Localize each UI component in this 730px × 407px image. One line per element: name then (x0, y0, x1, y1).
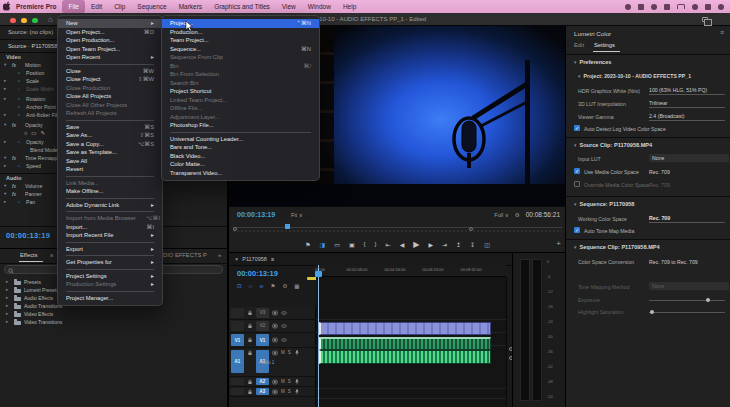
menu-item-save[interactable]: Save⌘S (58, 123, 162, 132)
menu-item-make-offline[interactable]: Make Offline... (58, 187, 162, 196)
disclosure-icon[interactable]: ▸ (4, 199, 6, 204)
zoom-handle-left[interactable] (233, 227, 237, 231)
add-marker-icon[interactable]: ⚑ (305, 241, 310, 248)
disclosure-icon[interactable]: ▸ (4, 112, 6, 117)
lock-icon[interactable] (247, 323, 253, 329)
timeline-timecode[interactable]: 00:00:13:19 (237, 269, 278, 278)
control-center-icon[interactable] (705, 4, 711, 10)
disclosure-icon[interactable]: ▾ (4, 122, 6, 127)
audio-track-name[interactable]: Audio 1 (259, 360, 274, 365)
mic-icon[interactable] (294, 350, 300, 356)
submenu-item-sequence[interactable]: Sequence...⌘N (162, 45, 319, 54)
menubar-item-file[interactable]: File (62, 0, 84, 13)
solo-button[interactable]: S (288, 379, 291, 384)
menu-item-close[interactable]: Close⌘W (58, 67, 162, 76)
menu-item-new[interactable]: New▸ (58, 19, 162, 28)
mic-icon[interactable] (294, 389, 300, 395)
disclosure-icon[interactable]: ▸ (4, 163, 6, 168)
lock-icon[interactable] (247, 379, 253, 385)
section-project[interactable]: ▾Project: 2023-10-10 - AUDIO EFFECTS PP_… (578, 73, 691, 79)
extract-icon[interactable]: ↧ (470, 241, 475, 248)
menu-item-close-all-projects[interactable]: Close All Projects (58, 92, 162, 101)
mic-icon[interactable] (294, 379, 300, 385)
source-patch-empty[interactable] (231, 388, 244, 395)
tab-project-partial[interactable]: DIO EFFECTS P (163, 252, 207, 258)
workspaces-icon[interactable] (702, 17, 708, 22)
mark-out-icon[interactable]: } (375, 241, 377, 247)
timeline-playhead-line[interactable] (318, 265, 319, 407)
battery-icon[interactable] (718, 4, 724, 10)
track-header-a3[interactable]: A3 M S (229, 387, 316, 397)
use-media-checkbox[interactable]: ✓ (574, 168, 580, 174)
section-preferences[interactable]: ▾Preferences (574, 59, 611, 65)
playback-resolution-dropdown[interactable]: Full ∨ (494, 212, 508, 218)
disclosure-icon[interactable]: ▸ (6, 319, 8, 324)
submenu-item-universal-counting-leader[interactable]: Universal Counting Leader... (162, 135, 319, 144)
snap-icon[interactable]: ∩ (249, 283, 253, 289)
dropbox-icon[interactable] (625, 4, 631, 10)
auto-tone-checkbox[interactable]: ✓ (574, 227, 580, 233)
menu-item-open-team-project[interactable]: Open Team Project... (58, 45, 162, 54)
submenu-item-photoshop-file[interactable]: Photoshop File... (162, 121, 319, 130)
submenu-item-project-shortcut[interactable]: Project Shortcut (162, 87, 319, 96)
menu-item-save-as[interactable]: Save As...⇧⌘S (58, 131, 162, 140)
menu-item-export[interactable]: Export▸ (58, 245, 162, 254)
media-icon[interactable] (651, 4, 657, 10)
track-target-a3[interactable]: A3 (256, 388, 269, 395)
menu-item-save-as-template[interactable]: Save as Template... (58, 148, 162, 157)
sequence-tab[interactable]: ×P1170958≡ (235, 256, 274, 262)
button-editor-plus-icon[interactable]: + (556, 239, 561, 248)
panel-menu-icon[interactable]: ≡ (50, 252, 53, 258)
mute-button[interactable]: M (281, 379, 285, 384)
menubar-item-sequence[interactable]: Sequence (131, 0, 172, 13)
source-patch-v1[interactable]: V1 (231, 334, 244, 345)
source-patch-empty[interactable] (231, 308, 244, 318)
sync-lock-icon[interactable] (272, 389, 278, 395)
menubar-item-window[interactable]: Window (302, 0, 337, 13)
disclosure-icon[interactable]: ▸ (6, 287, 8, 292)
viewer-gamma-dropdown[interactable]: 2.4 (Broadcast) (649, 113, 725, 121)
lock-icon[interactable] (247, 337, 253, 343)
menubar-item-help[interactable]: Help (337, 0, 362, 13)
wrench-icon[interactable]: ⚙ (515, 212, 520, 218)
panel-menu-icon[interactable]: ≡ (271, 256, 274, 262)
mark-in-icon[interactable]: { (364, 241, 366, 247)
mute-button[interactable]: M (281, 350, 285, 355)
video-clip[interactable] (319, 322, 491, 335)
track-target-v3[interactable]: V3 (256, 308, 269, 318)
menu-item-open-production[interactable]: Open Production... (58, 36, 162, 45)
lock-icon[interactable] (247, 389, 253, 395)
override-media-checkbox[interactable] (574, 181, 580, 187)
stopwatch-icon[interactable]: ◔ (17, 104, 20, 110)
input-lut-dropdown[interactable]: None (649, 154, 729, 162)
linked-selection-icon[interactable]: ∞ (260, 283, 264, 289)
close-icon[interactable]: × (235, 256, 238, 262)
folder-video-transitions[interactable]: ▸Video Transitions (0, 319, 228, 327)
sync-lock-icon[interactable] (272, 337, 278, 343)
disclosure-icon[interactable]: ▸ (6, 279, 8, 284)
menu-item-get-properties-for[interactable]: Get Properties for▸ (58, 258, 162, 267)
sync-lock-icon[interactable] (272, 350, 278, 356)
section-sequence-clip[interactable]: ▾Sequence Clip: P1170958.MP4 (574, 244, 660, 250)
disclosure-icon[interactable]: ▸ (4, 78, 6, 83)
disclosure-icon[interactable]: ▸ (4, 96, 6, 101)
play-icon[interactable]: ▶ (413, 240, 419, 249)
track-target-v1[interactable]: V1 (256, 334, 269, 345)
program-timecode[interactable]: 00:00:13:19 (237, 211, 275, 218)
lift-icon[interactable]: ↥ (456, 241, 461, 248)
sync-lock-icon[interactable] (272, 379, 278, 385)
solo-button[interactable]: S (288, 389, 291, 394)
timeline-settings-icon[interactable]: ⚙ (282, 283, 287, 289)
stopwatch-icon[interactable]: ◔ (17, 199, 20, 205)
audio-clip-channel1[interactable] (319, 337, 491, 350)
working-cs-dropdown[interactable]: Rec. 709 (649, 215, 725, 223)
track-header-a2[interactable]: A2 M S (229, 377, 316, 387)
sync-lock-icon[interactable] (272, 310, 278, 316)
effect-controls-timecode[interactable]: 00:00:13:19 (6, 231, 50, 240)
sync-lock-icon[interactable] (272, 323, 278, 329)
wifi-icon[interactable] (677, 4, 685, 9)
submenu-item-team-project[interactable]: Team Project... (162, 36, 319, 45)
menubar-item-markers[interactable]: Markers (173, 0, 208, 13)
add-marker-icon[interactable]: ⚑ (270, 283, 275, 289)
submenu-item-color-matte[interactable]: Color Matte... (162, 160, 319, 169)
